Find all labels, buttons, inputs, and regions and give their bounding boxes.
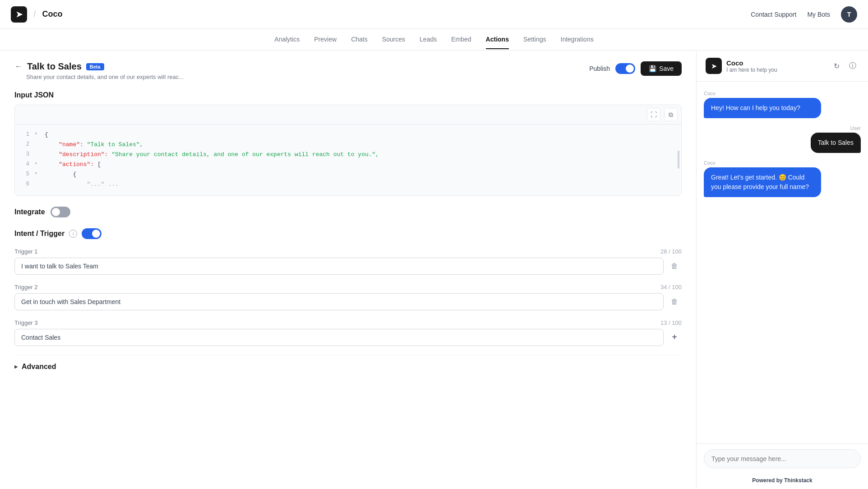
trigger-3-input[interactable] [14,329,664,346]
back-button[interactable]: ← [14,62,23,71]
advanced-label: Advanced [22,363,56,371]
trigger-3-input-row: + [14,329,682,346]
chat-bot-status: I am here to help you [726,67,777,73]
save-button[interactable]: 💾 Save [641,61,682,76]
chat-message-2: User Talk to Sales [704,125,861,153]
json-line-2: 2 "name": "Talk to Sales", [22,140,674,150]
header: ➤ / Coco Contact Support My Bots T [0,0,868,29]
advanced-chevron-icon: ▶ [14,364,18,369]
left-panel: ← Talk to Sales Beta Share your contact … [0,51,697,489]
advanced-row[interactable]: ▶ Advanced [14,355,682,378]
json-line-3: 3 "description": "Share your contact det… [22,150,674,160]
trigger-1-input[interactable] [14,258,664,275]
trigger-1-count: 28 / 100 [660,248,682,255]
intent-info-icon[interactable]: i [69,230,77,238]
chat-message-3: Coco Great! Let's get started. 😊 Could y… [704,160,861,197]
trigger-3-header: Trigger 3 13 / 100 [14,319,682,326]
chat-header: ➤ Coco I am here to help you ↻ ⓘ [697,51,868,82]
separator: / [33,9,36,19]
fullscreen-button[interactable]: ⛶ [647,108,660,121]
contact-support-link[interactable]: Contact Support [751,11,796,18]
app-name: Coco [42,9,63,19]
avatar[interactable]: T [841,6,857,23]
nav: Analytics Preview Chats Sources Leads Em… [0,29,868,51]
json-line-5: 5 ▾ { [22,170,674,180]
scroll-indicator [678,151,679,169]
chat-bot-text: Coco I am here to help you [726,59,777,73]
nav-item-analytics[interactable]: Analytics [274,30,300,49]
trigger-1-delete-button[interactable]: 🗑 [667,259,682,273]
logo-icon[interactable]: ➤ [11,6,27,23]
nav-item-chats[interactable]: Chats [351,30,368,49]
nav-item-sources[interactable]: Sources [382,30,405,49]
msg-2-bubble: Talk to Sales [811,133,861,153]
chat-footer-brand: Thinkstack [784,477,813,484]
trigger-2-input[interactable] [14,293,664,310]
nav-item-settings[interactable]: Settings [523,30,546,49]
json-editor-toolbar: ⛶ ⧉ [15,105,681,125]
publish-toggle[interactable] [615,63,635,74]
trigger-2-count: 34 / 100 [660,284,682,291]
trigger-2-header: Trigger 2 34 / 100 [14,284,682,291]
save-label: Save [659,65,674,72]
nav-item-preview[interactable]: Preview [314,30,337,49]
publish-label: Publish [589,65,610,72]
json-line-1: 1 ▾ { [22,130,674,140]
back-title-row: ← Talk to Sales Beta [14,61,184,72]
json-editor[interactable]: 1 ▾ { 2 "name": "Talk to Sales", 3 "d [15,125,681,195]
page-title: Talk to Sales [27,61,82,72]
copy-button[interactable]: ⧉ [664,108,678,121]
beta-badge: Beta [86,63,104,70]
chat-message-1: Coco Hey! How can I help you today? [704,91,861,118]
trigger-group-1: Trigger 1 28 / 100 🗑 [14,248,682,275]
chat-messages: Coco Hey! How can I help you today? User… [697,82,868,443]
chat-input-area [697,443,868,474]
chat-header-actions: ↻ ⓘ [830,60,859,72]
trigger-2-name: Trigger 2 [14,284,38,291]
chat-bot-info: ➤ Coco I am here to help you [706,58,777,74]
nav-item-actions[interactable]: Actions [486,30,509,49]
chat-info-button[interactable]: ⓘ [846,60,859,72]
json-editor-container: ⛶ ⧉ 1 ▾ { 2 "name": "Talk to Sales", [14,105,682,196]
trigger-2-delete-button[interactable]: 🗑 [667,295,682,309]
page-header: ← Talk to Sales Beta Share your contact … [14,61,682,80]
integrate-label: Integrate [14,208,45,216]
trigger-1-input-row: 🗑 [14,258,682,275]
trigger-3-name: Trigger 3 [14,319,38,326]
msg-3-bubble: Great! Let's get started. 😊 Could you pl… [704,167,821,197]
intent-label: Intent / Trigger [14,230,65,238]
trigger-3-add-button[interactable]: + [667,330,682,345]
trigger-1-name: Trigger 1 [14,248,38,255]
nav-item-integrations[interactable]: Integrations [561,30,594,49]
chat-footer: Powered by Thinkstack [697,474,868,489]
page-subtitle: Share your contact details, and one of o… [14,74,184,80]
nav-item-embed[interactable]: Embed [451,30,471,49]
intent-toggle[interactable] [82,228,102,239]
page-header-right: Publish 💾 Save [589,61,682,76]
integrate-toggle[interactable] [51,207,70,217]
integrate-row: Integrate [14,207,682,217]
intent-row: Intent / Trigger i [14,228,682,239]
page-header-left: ← Talk to Sales Beta Share your contact … [14,61,184,80]
msg-3-sender: Coco [704,160,861,166]
trigger-1-header: Trigger 1 28 / 100 [14,248,682,255]
header-right: Contact Support My Bots T [751,6,857,23]
json-line-6: 6 "..." ... [22,180,674,189]
chat-bot-avatar: ➤ [706,58,722,74]
chat-refresh-button[interactable]: ↻ [830,60,843,72]
chat-panel: ➤ Coco I am here to help you ↻ ⓘ Coco He… [697,51,868,489]
my-bots-link[interactable]: My Bots [807,11,830,18]
msg-1-sender: Coco [704,91,861,96]
msg-2-sender: User [850,125,861,131]
input-json-label: Input JSON [14,91,682,99]
msg-1-bubble: Hey! How can I help you today? [704,98,821,118]
save-icon: 💾 [649,65,656,72]
trigger-2-input-row: 🗑 [14,293,682,310]
header-left: ➤ / Coco [11,6,63,23]
nav-item-leads[interactable]: Leads [420,30,437,49]
json-line-4: 4 ▾ "actions": [ [22,160,674,170]
trigger-group-3: Trigger 3 13 / 100 + [14,319,682,346]
main-layout: ← Talk to Sales Beta Share your contact … [0,51,868,489]
chat-input[interactable] [704,449,861,468]
triggers-container: Trigger 1 28 / 100 🗑 Trigger 2 34 / 100 … [14,248,682,346]
